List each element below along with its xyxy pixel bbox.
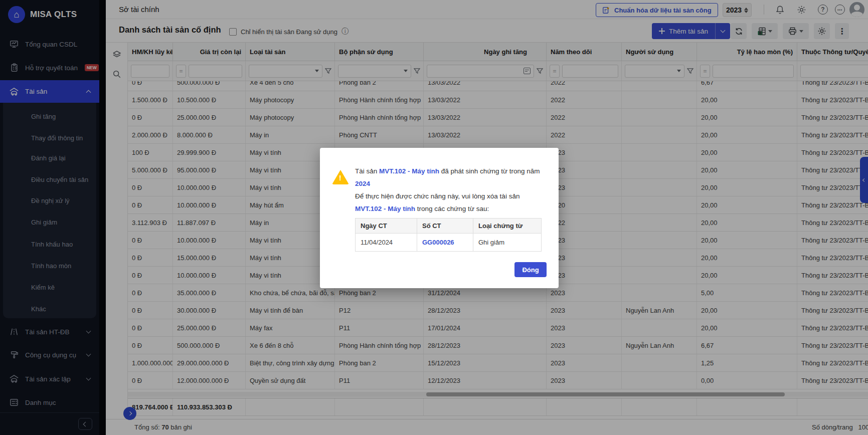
msg-text: Để thực hiện được chức năng này, vui lòn…	[355, 192, 519, 200]
voucher-col-number: Số CT	[417, 219, 473, 234]
dialog-message: Tài sản MVT.102 - Máy tính đã phát sinh …	[355, 165, 548, 215]
msg-text: trong các chứng từ sau:	[415, 205, 489, 212]
voucher-col-type: Loại chứng từ	[473, 219, 542, 234]
voucher-row: 11/04/2024 GG000026 Ghi giảm	[356, 234, 542, 252]
warning-icon	[332, 170, 349, 184]
app-root: ⌂ MISA QLTS Tổng quan CSDL Hỗ trợ quyết …	[0, 0, 868, 435]
voucher-number-link[interactable]: GG000026	[417, 234, 473, 252]
asset-link[interactable]: MVT.102 - Máy tính	[379, 167, 439, 175]
msg-text: Tài sản	[355, 167, 379, 175]
voucher-type: Ghi giảm	[473, 234, 542, 252]
voucher-date: 11/04/2024	[356, 234, 417, 252]
asset-link[interactable]: MVT.102 - Máy tính	[355, 205, 415, 212]
voucher-table: Ngày CT Số CT Loại chứng từ 11/04/2024 G…	[355, 218, 542, 252]
year-link: 2024	[355, 180, 370, 187]
warning-dialog: Tài sản MVT.102 - Máy tính đã phát sinh …	[320, 148, 559, 288]
voucher-col-date: Ngày CT	[356, 219, 417, 234]
msg-text: đã phát sinh chứng từ trong năm	[439, 167, 540, 175]
close-button[interactable]: Đóng	[514, 262, 547, 277]
